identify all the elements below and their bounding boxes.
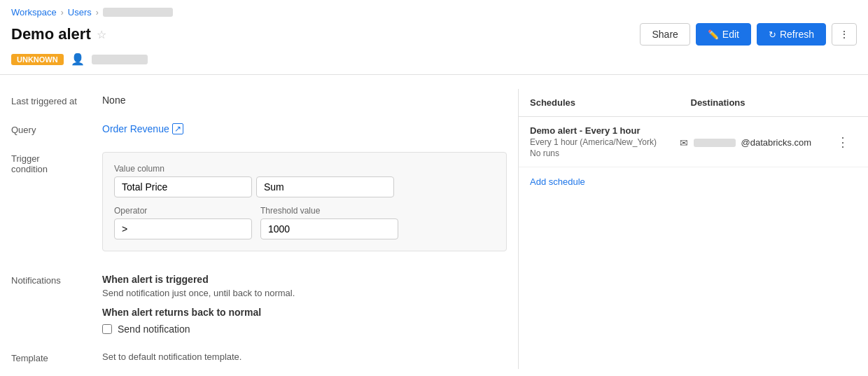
template-value: Set to default notification template. [102,351,241,362]
send-notification-row: Send notification [102,323,507,335]
user-icon: 👤 [71,53,85,66]
edit-label: Edit [722,29,739,40]
refresh-button[interactable]: ↻ Refresh [757,23,826,46]
status-badge: UNKNOWN [11,54,64,65]
when-triggered-text: Send notification just once, until back … [102,288,507,298]
right-panel: Schedules Destinations Demo alert - Ever… [518,89,868,369]
notifications-row: Notifications When alert is triggered Se… [11,263,507,346]
template-row: Template Set to default notification tem… [11,346,507,369]
schedule-no-runs: No runs [530,148,680,158]
when-triggered-heading: When alert is triggered [102,274,507,285]
header-actions: Share ✏️ Edit ↻ Refresh ⋮ [640,23,857,46]
dest-email-suffix: @databricks.com [741,137,812,148]
threshold-input[interactable] [260,218,398,239]
edit-button[interactable]: ✏️ Edit [696,23,751,46]
dest-email-blur [694,139,736,147]
header-divider [0,74,868,75]
query-row: Query Order Revenue ↗ [11,118,507,146]
edit-icon: ✏️ [708,29,719,40]
add-schedule-link[interactable]: Add schedule [530,176,585,187]
trigger-condition-row: Trigger condition Value column Operator [11,146,507,263]
trigger-condition-label: Trigger condition [11,152,102,174]
page-header: Demo alert ☆ Share ✏️ Edit ↻ Refresh ⋮ [0,20,868,51]
template-label: Template [11,351,102,363]
schedule-item: Demo alert - Every 1 hour Every 1 hour (… [519,117,868,167]
destination-info: ✉ @databricks.com [680,125,830,158]
send-notification-checkbox[interactable] [102,324,112,334]
last-triggered-row: Last triggered at None [11,89,507,118]
notifications-label: Notifications [11,274,102,286]
breadcrumb-sep2: › [96,8,99,18]
operator-input[interactable] [114,218,252,239]
actions-header [840,89,868,116]
breadcrumb-sep1: › [61,8,64,18]
refresh-label: Refresh [780,29,814,40]
threshold-group: Threshold value [260,206,398,239]
share-button[interactable]: Share [640,23,690,46]
schedule-actions: ⋮ [829,125,857,158]
page-title: Demo alert [11,25,91,43]
schedule-info: Demo alert - Every 1 hour Every 1 hour (… [530,125,680,158]
breadcrumb: Workspace › Users › [0,0,868,20]
schedule-name: Demo alert - Every 1 hour [530,125,680,136]
page-title-area: Demo alert ☆ [11,25,106,43]
destinations-header: Destinations [680,89,841,116]
schedules-header: Schedules [519,89,680,116]
send-notification-label: Send notification [118,323,190,335]
email-icon: ✉ [680,137,688,148]
aggregation-input[interactable] [256,176,394,197]
add-schedule-area: Add schedule [519,167,868,195]
operator-label: Operator [114,206,252,216]
value-column-input[interactable] [114,176,252,197]
star-icon[interactable]: ☆ [97,28,106,41]
right-panel-header: Schedules Destinations [519,89,868,117]
user-name [92,55,148,64]
last-triggered-value: None [102,95,507,106]
operator-group: Operator [114,206,252,239]
status-row: UNKNOWN 👤 [0,51,868,71]
trigger-fields: Value column Operator Threshold value [114,164,495,239]
query-label: Query [11,123,102,135]
query-value: Order Revenue ↗ [102,123,507,134]
query-link-text: Order Revenue [102,123,169,134]
trigger-box: Value column Operator Threshold value [102,152,507,251]
value-column-group: Value column [114,164,394,197]
left-panel: Last triggered at None Query Order Reven… [0,89,518,369]
value-column-label: Value column [114,164,394,174]
when-normal-heading: When alert returns back to normal [102,307,507,318]
breadcrumb-users[interactable]: Users [68,7,92,18]
schedule-detail: Every 1 hour (America/New_York) [530,137,680,147]
more-button[interactable]: ⋮ [832,23,857,46]
breadcrumb-workspace[interactable]: Workspace [11,7,57,18]
main-content: Last triggered at None Query Order Reven… [0,78,868,369]
schedule-more-button[interactable]: ⋮ [836,136,849,148]
refresh-icon: ↻ [769,29,776,40]
query-link[interactable]: Order Revenue ↗ [102,123,183,134]
external-link-icon: ↗ [172,123,183,134]
threshold-label: Threshold value [260,206,398,216]
notifications-content: When alert is triggered Send notificatio… [102,274,507,335]
breadcrumb-username [103,8,173,17]
trigger-condition-value: Value column Operator Threshold value [102,152,507,251]
last-triggered-label: Last triggered at [11,95,102,106]
